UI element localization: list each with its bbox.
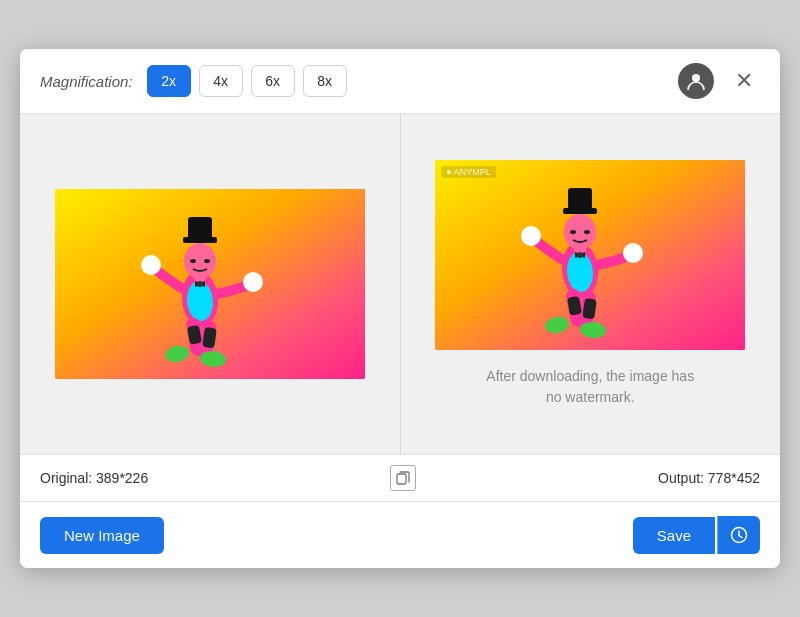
svg-point-17: [243, 272, 263, 292]
mag-btn-2x[interactable]: 2x: [147, 65, 191, 97]
header: Magnification: 2x 4x 6x 8x ✕: [20, 49, 780, 114]
svg-point-20: [197, 281, 203, 287]
svg-point-15: [204, 259, 210, 263]
svg-point-40: [577, 252, 583, 258]
output-image-svg: [435, 160, 745, 350]
output-panel: ● ANYMPL After downloading, the image ha…: [401, 114, 781, 454]
history-icon: [730, 526, 748, 544]
user-account-button[interactable]: [678, 63, 714, 99]
magnification-buttons: 2x 4x 6x 8x: [147, 65, 347, 97]
new-image-button[interactable]: New Image: [40, 517, 164, 554]
magnification-label: Magnification:: [40, 73, 133, 90]
svg-point-14: [190, 259, 196, 263]
footer: New Image Save: [20, 502, 780, 568]
main-content: ● ANYMPL After downloading, the image ha…: [20, 114, 780, 454]
mag-btn-4x[interactable]: 4x: [199, 65, 243, 97]
svg-point-36: [521, 226, 541, 246]
original-image-preview: [55, 189, 365, 379]
dialog-window: Magnification: 2x 4x 6x 8x ✕: [20, 49, 780, 568]
output-dimensions: Output: 778*452: [658, 470, 760, 486]
original-dimensions: Original: 389*226: [40, 470, 148, 486]
copy-icon: [396, 471, 410, 485]
svg-rect-13: [188, 217, 212, 239]
svg-point-37: [623, 243, 643, 263]
svg-point-0: [692, 74, 700, 82]
svg-point-34: [570, 230, 576, 234]
original-image-svg: [55, 189, 365, 379]
copy-dimensions-button[interactable]: [390, 465, 416, 491]
svg-rect-41: [397, 474, 406, 484]
original-panel: [20, 114, 400, 454]
svg-rect-33: [568, 188, 592, 210]
output-image-preview: ● ANYMPL: [435, 160, 745, 350]
close-button[interactable]: ✕: [728, 65, 760, 97]
watermark-text: ● ANYMPL: [441, 166, 495, 178]
mag-btn-8x[interactable]: 8x: [303, 65, 347, 97]
save-history-button[interactable]: [717, 516, 760, 554]
save-button[interactable]: Save: [633, 517, 715, 554]
user-icon: [685, 70, 707, 92]
no-watermark-message: After downloading, the image has no wate…: [480, 366, 700, 408]
save-group: Save: [633, 516, 760, 554]
svg-point-16: [141, 255, 161, 275]
mag-btn-6x[interactable]: 6x: [251, 65, 295, 97]
svg-point-35: [584, 230, 590, 234]
status-bar: Original: 389*226 Output: 778*452: [20, 454, 780, 502]
